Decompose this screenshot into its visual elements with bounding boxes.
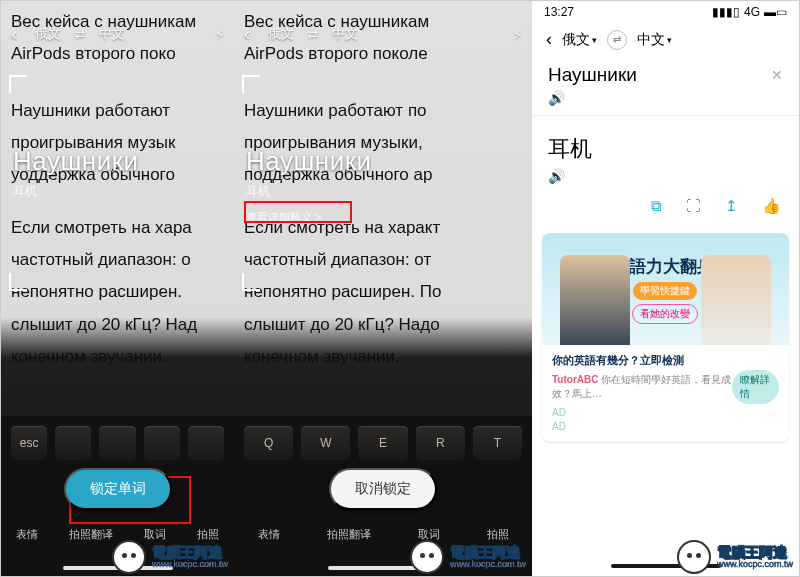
translation-card: 耳机 🔊 [532, 116, 799, 193]
network-label: 4G [744, 5, 760, 19]
chevron-down-icon: ▾ [592, 35, 597, 45]
clear-icon[interactable]: ✕ [771, 67, 783, 83]
ad-person-icon [560, 255, 630, 345]
watermark-logo-icon [112, 540, 146, 574]
key[interactable]: E [358, 426, 407, 460]
source-word: Наушники [548, 64, 637, 86]
detected-translation: 耳机 [246, 183, 524, 200]
key[interactable]: R [416, 426, 465, 460]
key[interactable]: esc [11, 426, 47, 460]
detected-word-overlay: Наушники 耳机 [13, 146, 226, 200]
bg-line: слышит до 20 кГц? Надо [244, 312, 522, 338]
swap-icon[interactable]: ⇄ [75, 27, 85, 41]
bg-line: слышит до 20 кГц? Над [11, 312, 224, 338]
ad-badge: 看她的改變 [632, 304, 698, 324]
status-time: 13:27 [544, 5, 574, 19]
source-lang-dropdown[interactable]: 俄文 ▾ [562, 31, 597, 49]
share-icon[interactable]: ↥ [725, 197, 738, 215]
swap-icon[interactable]: ⇄ [308, 27, 318, 41]
action-bar: ⧉ ⛶ ↥ 👍 [532, 193, 799, 227]
flash-icon[interactable]: ⚡︎ [513, 27, 522, 42]
target-lang: 中文 [637, 31, 665, 49]
speak-translation-icon[interactable]: 🔊 [548, 168, 565, 184]
ad-question: 你的英語有幾分？立即檢測 [552, 353, 779, 368]
ad-label: AD [552, 407, 779, 418]
bg-line: конечном звучании. [11, 344, 224, 370]
watermark-url: www.kocpc.com.tw [152, 559, 228, 569]
watermark-logo-icon [410, 540, 444, 574]
detected-word: Наушники [13, 146, 226, 177]
like-icon[interactable]: 👍 [762, 197, 781, 215]
screenshot-1: Вес кейса с наушникам AirPods второго по… [1, 1, 234, 576]
lock-word-button[interactable]: 锁定单词 [64, 468, 172, 510]
flash-icon[interactable]: ⚡︎ [215, 27, 224, 42]
key[interactable] [188, 426, 224, 460]
translate-topbar: ‹ 俄文 ⇄ 中文 ⚡︎ [11, 19, 224, 49]
watermark: 電腦王阿達 www.kocpc.com.tw [677, 540, 793, 574]
source-lang: 俄文 [562, 31, 590, 49]
source-lang[interactable]: 俄文 [35, 25, 61, 43]
target-lang-dropdown[interactable]: 中文 ▾ [637, 31, 672, 49]
annotation-box [244, 201, 352, 223]
triptych: Вес кейса с наушникам AirPods второго по… [0, 0, 800, 577]
target-lang[interactable]: 中文 [332, 25, 358, 43]
detected-word: Наушники [246, 146, 524, 177]
key[interactable]: W [301, 426, 350, 460]
bg-line: конечном звучании. [244, 344, 522, 370]
detected-translation: 耳机 [13, 183, 226, 200]
tab-item[interactable]: 表情 [16, 527, 38, 542]
tab-item[interactable]: 表情 [258, 527, 280, 542]
screenshot-3: 13:27 ▮▮▮▯ 4G ▬▭ ‹ 俄文 ▾ ⇄ 中文 ▾ Наушники … [532, 1, 799, 576]
watermark-name: 電腦王阿達 [152, 545, 228, 559]
watermark: 電腦王阿達 www.kocpc.com.tw [410, 540, 526, 574]
key[interactable] [144, 426, 180, 460]
tab-item[interactable]: 拍照翻译 [69, 527, 113, 542]
ad-card[interactable]: ⓘ ✕ 英語力大翻身! 學習快捷鍵 看她的改變 你的英語有幾分？立即檢測 Tut… [542, 233, 789, 442]
watermark-url: www.kocpc.com.tw [450, 559, 526, 569]
back-icon[interactable]: ‹ [244, 24, 250, 45]
unlock-word-button[interactable]: 取消锁定 [329, 468, 437, 510]
fullscreen-icon[interactable]: ⛶ [686, 197, 701, 215]
status-bar: 13:27 ▮▮▮▯ 4G ▬▭ [532, 1, 799, 23]
watermark: 電腦王阿達 www.kocpc.com.tw [112, 540, 228, 574]
chevron-down-icon: ▾ [667, 35, 672, 45]
key[interactable] [55, 426, 91, 460]
source-lang[interactable]: 俄文 [268, 25, 294, 43]
watermark-logo-icon [677, 540, 711, 574]
target-lang[interactable]: 中文 [99, 25, 125, 43]
swap-icon[interactable]: ⇄ [607, 30, 627, 50]
translate-header: ‹ 俄文 ▾ ⇄ 中文 ▾ [532, 23, 799, 60]
back-icon[interactable]: ‹ [11, 24, 17, 45]
ad-person-icon [701, 255, 771, 345]
signal-icon: ▮▮▮▯ [712, 5, 740, 19]
ad-cta-button[interactable]: 瞭解詳情 [732, 370, 779, 404]
key[interactable]: Q [244, 426, 293, 460]
watermark-name: 電腦王阿達 [717, 545, 793, 559]
ad-badge: 學習快捷鍵 [633, 282, 697, 300]
back-icon[interactable]: ‹ [546, 29, 552, 50]
speak-source-icon[interactable]: 🔊 [548, 90, 565, 106]
source-word-card: Наушники ✕ 🔊 [532, 60, 799, 116]
ad-label: AD [552, 421, 779, 432]
ad-brand: TutorABC [552, 374, 598, 385]
ad-hero-image: 英語力大翻身! 學習快捷鍵 看她的改變 [542, 233, 789, 345]
tab-item[interactable]: 拍照翻译 [327, 527, 371, 542]
translation-text: 耳机 [548, 134, 783, 164]
watermark-name: 電腦王阿達 [450, 545, 526, 559]
key[interactable] [99, 426, 135, 460]
key[interactable]: T [473, 426, 522, 460]
battery-icon: ▬▭ [764, 5, 787, 19]
translate-topbar: ‹ 俄文 ⇄ 中文 ⚡︎ [244, 19, 522, 49]
copy-icon[interactable]: ⧉ [651, 197, 662, 215]
watermark-url: www.kocpc.com.tw [717, 559, 793, 569]
screenshot-2: Вес кейса с наушникам AirPods второго по… [234, 1, 532, 576]
